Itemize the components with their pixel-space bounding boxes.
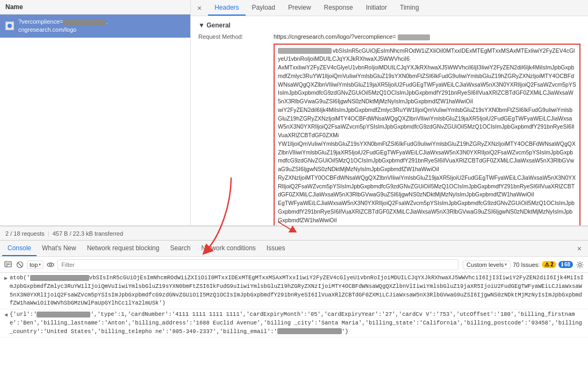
live-expressions-button[interactable]	[46, 260, 55, 270]
filter-input[interactable]	[58, 259, 458, 270]
issues-warning-badge: ⚠ 2	[542, 261, 556, 268]
console-tab-issues[interactable]: Issues	[261, 241, 291, 256]
favicon-icon	[5, 22, 14, 30]
svg-point-9	[49, 264, 52, 266]
tab-headers[interactable]: Headers	[208, 0, 245, 16]
console-line-2-content: {'url':'','type':1,'cardNumber':'4111 11…	[10, 311, 584, 336]
console-line-2[interactable]: ◀ {'url':'','type':1,'cardNumber':'4111 …	[0, 309, 588, 337]
console-close-button[interactable]: ×	[573, 244, 586, 253]
console-toolbar: top ▾	[0, 257, 588, 273]
expand-arrow-2: ◀	[4, 312, 8, 318]
console-tab-console[interactable]: Console	[2, 241, 37, 256]
console-tab-search[interactable]: Search	[164, 241, 196, 256]
console-tab-whats-new[interactable]: What's New	[37, 241, 82, 256]
request-url-row: Request Method: https://cngresearch.com/…	[198, 33, 580, 40]
console-tab-network-blocking[interactable]: Network request blocking	[82, 241, 165, 256]
settings-button[interactable]	[575, 260, 585, 270]
main-container: Name ?vercomplience=. cngresearch.com/lo…	[0, 0, 588, 374]
url-body-box: vbSIsInR5cGUiOjEsImNhcmROdW1iZXIiOiI0MTx…	[274, 44, 580, 225]
request-url-label: Request Method:	[198, 33, 274, 40]
transferred-size: 457 B / 22.3 kB transferred	[53, 230, 123, 237]
console-output: ▶ atob('vbSIsInR5cGUiOjEsImNhcmROdW1iZXI…	[0, 273, 588, 374]
bottom-bar: 2 / 18 requests | 457 B / 22.3 kB transf…	[0, 226, 588, 240]
svg-line-7	[18, 263, 22, 266]
expand-arrow-1: ▶	[4, 275, 8, 281]
console-line-1[interactable]: ▶ atob('vbSIsInR5cGUiOjEsImNhcmROdW1iZXI…	[0, 273, 588, 309]
issues-count: 70 Issues: ⚠ 2 ℹ 68	[513, 261, 573, 268]
top-panel: Name ?vercomplience=. cngresearch.com/lo…	[0, 0, 588, 226]
requests-count: 2 / 18 requests	[5, 230, 45, 237]
left-pane: Name ?vercomplience=. cngresearch.com/lo…	[0, 0, 191, 225]
tabs-bar: × Headers Payload Preview Response Initi…	[191, 0, 588, 16]
svg-point-12	[579, 263, 582, 266]
svg-point-1	[8, 24, 12, 28]
tab-preview[interactable]: Preview	[282, 0, 318, 16]
network-item[interactable]: ?vercomplience=. cngresearch.com/logo	[0, 15, 190, 38]
network-url-line2: cngresearch.com/logo	[18, 26, 108, 34]
request-url-value: https://cngresearch.com/logo/?vercomplie…	[274, 33, 580, 40]
tab-response[interactable]: Response	[318, 0, 360, 16]
console-line-1-content: atob('vbSIsInR5cGUiOjEsImNhcmROdW1iZXIiO…	[10, 274, 584, 308]
toggle-errors-button[interactable]	[15, 260, 25, 270]
left-pane-header: Name	[0, 0, 190, 15]
top-context-select[interactable]: top ▾	[27, 260, 44, 269]
issues-info-badge: ℹ 68	[558, 261, 573, 268]
general-section-title: ▼ General	[198, 22, 580, 29]
console-tabs: Console What's New Network request block…	[0, 241, 588, 257]
custom-levels-select[interactable]: Custom levels ▾	[463, 260, 511, 269]
custom-levels-caret: ▾	[505, 262, 507, 267]
clear-console-button[interactable]	[3, 260, 13, 270]
right-pane: × Headers Payload Preview Response Initi…	[191, 0, 588, 225]
tab-timing[interactable]: Timing	[393, 0, 426, 16]
top-select-caret: ▾	[39, 262, 41, 267]
close-tab-button[interactable]: ×	[193, 4, 206, 12]
console-tab-network-conditions[interactable]: Network conditions	[196, 241, 261, 256]
tab-payload[interactable]: Payload	[246, 0, 282, 16]
network-url-line1: ?vercomplience=.	[18, 18, 108, 26]
console-panel: Console What's New Network request block…	[0, 240, 588, 374]
tab-initiator[interactable]: Initiator	[360, 0, 393, 16]
network-item-text: ?vercomplience=. cngresearch.com/logo	[18, 18, 108, 34]
content-area: ▼ General Request Method: https://cngres…	[191, 16, 588, 225]
